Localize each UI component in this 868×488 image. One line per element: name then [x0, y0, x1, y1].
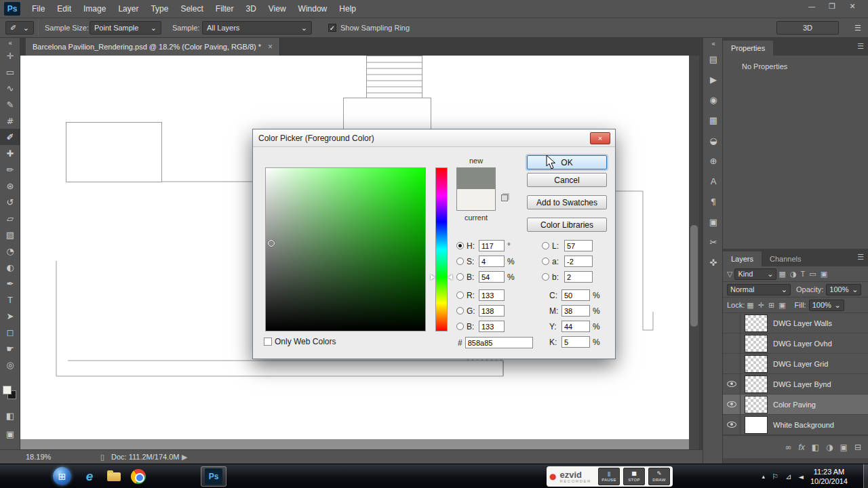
filter-pixel-icon[interactable]: ▦	[778, 270, 785, 279]
vertical-scrollbar[interactable]	[689, 56, 699, 449]
dialog-title-bar[interactable]: Color Picker (Foreground Color) ×	[253, 129, 615, 147]
menu-select[interactable]: Select	[174, 0, 209, 18]
histogram-icon[interactable]: ▦	[703, 110, 724, 130]
paragraph-icon[interactable]: ¶	[703, 191, 724, 211]
b-input[interactable]	[479, 271, 505, 283]
tab-layers[interactable]: Layers	[723, 251, 762, 266]
action-center-icon[interactable]: ⚐	[772, 472, 778, 481]
layer-visibility-toggle[interactable]	[723, 313, 741, 333]
tab-channels[interactable]: Channels	[762, 251, 809, 266]
h-input[interactable]	[479, 240, 505, 251]
brush-tool[interactable]: ✏	[0, 161, 20, 178]
layer-visibility-toggle[interactable]	[723, 394, 741, 415]
menu-help[interactable]: Help	[333, 0, 362, 18]
type-tool[interactable]: T	[0, 291, 20, 308]
layer-thumbnail[interactable]	[745, 355, 768, 373]
network-icon[interactable]: ⊿	[785, 472, 791, 481]
path-selection-tool[interactable]: ➤	[0, 308, 20, 324]
add-to-swatches-button[interactable]: Add to Swatches	[527, 195, 607, 209]
layer-visibility-toggle[interactable]	[723, 354, 741, 374]
shape-tool[interactable]: ◻	[0, 324, 20, 340]
zoom-level[interactable]: 18.19%	[26, 453, 51, 461]
opacity-dropdown[interactable]: 100% ⌄	[826, 284, 861, 296]
g-input[interactable]	[479, 305, 505, 317]
lock-transparency-icon[interactable]: ▦	[747, 301, 753, 310]
gradient-tool[interactable]: ▧	[0, 226, 20, 243]
lock-position-icon[interactable]: ⊞	[768, 301, 774, 310]
crop-tool[interactable]: #	[0, 113, 20, 129]
sample-dropdown[interactable]: All Layers ⌄	[202, 21, 312, 35]
web-color-cube-icon[interactable]	[501, 195, 508, 201]
eyedropper-tool[interactable]: ✐	[0, 129, 20, 145]
filter-adjustment-icon[interactable]: ◑	[790, 270, 797, 279]
filter-type-icon[interactable]: T	[800, 270, 805, 278]
g-radio[interactable]	[456, 307, 464, 314]
workspace-switcher[interactable]: 3D	[776, 21, 839, 35]
fill-dropdown[interactable]: 100% ⌄	[809, 300, 844, 311]
layer-name[interactable]: DWG Layer Grid	[773, 360, 828, 368]
navigator-icon[interactable]: ◒	[703, 130, 724, 150]
show-sampling-ring-checkbox[interactable]: ✓	[328, 24, 336, 32]
healing-brush-tool[interactable]: ✚	[0, 145, 20, 161]
quick-mask-icon[interactable]: ◧	[0, 407, 20, 424]
scrollbar-thumb[interactable]	[690, 225, 698, 327]
clone-source-icon[interactable]: ⊕	[703, 150, 724, 171]
draw-button[interactable]: ✎ DRAW	[648, 468, 670, 485]
b2-input[interactable]	[479, 321, 505, 332]
l-radio[interactable]	[542, 242, 549, 249]
hue-slider[interactable]	[435, 167, 448, 331]
hue-slider-left-arrow-icon[interactable]	[431, 274, 435, 280]
y-input[interactable]	[561, 321, 590, 332]
panel-menu-icon[interactable]: ☰	[857, 42, 864, 51]
notes-icon[interactable]: ✂	[703, 232, 724, 252]
layer-row[interactable]: DWG Layer Ovhd	[723, 333, 868, 354]
minimize-button[interactable]: —	[802, 0, 822, 14]
a-radio[interactable]	[542, 258, 549, 265]
dialog-close-button[interactable]: ×	[590, 132, 610, 144]
filter-smart-object-icon[interactable]: ▣	[821, 270, 827, 279]
layer-name[interactable]: DWG Layer Ovhd	[773, 340, 832, 348]
screen-mode-icon[interactable]: ▣	[0, 426, 20, 442]
tab-properties[interactable]: Properties	[723, 41, 773, 56]
m-input[interactable]	[561, 305, 590, 317]
layer-visibility-toggle[interactable]	[723, 374, 741, 394]
pen-tool[interactable]: ✒	[0, 275, 20, 291]
color-field-marker[interactable]	[268, 240, 275, 247]
layer-effects-icon[interactable]: fx	[798, 443, 804, 452]
menu-file[interactable]: File	[26, 0, 51, 18]
lasso-tool[interactable]: ∿	[0, 80, 20, 96]
c-input[interactable]	[561, 289, 590, 301]
menu-image[interactable]: Image	[77, 0, 112, 18]
saturation-brightness-field[interactable]	[265, 167, 426, 331]
layer-name[interactable]: DWG Layer Bynd	[773, 380, 831, 388]
eraser-tool[interactable]: ▱	[0, 210, 20, 226]
color-libraries-button[interactable]: Color Libraries	[527, 218, 607, 232]
layer-row[interactable]: DWG Layer Grid	[723, 354, 868, 374]
quick-selection-tool[interactable]: ✎	[0, 96, 20, 113]
history-brush-tool[interactable]: ↺	[0, 194, 20, 210]
clone-stamp-tool[interactable]: ⊛	[0, 178, 20, 194]
layer-mask-icon[interactable]: ◧	[812, 443, 819, 452]
new-group-icon[interactable]: ▣	[840, 443, 848, 452]
menu-layer[interactable]: Layer	[112, 0, 144, 18]
actions-icon[interactable]: ▶	[703, 69, 724, 89]
menu-type[interactable]: Type	[144, 0, 174, 18]
lock-all-icon[interactable]: ▣	[778, 301, 785, 310]
layer-name[interactable]: White Background	[773, 421, 834, 429]
measure-icon[interactable]: ✜	[703, 252, 724, 272]
stop-button[interactable]: ■ STOP	[623, 468, 645, 485]
h-radio[interactable]	[456, 242, 464, 249]
layer-row[interactable]: DWG Layer Bynd	[723, 374, 868, 394]
start-button[interactable]: ⊞	[53, 467, 71, 485]
link-layers-icon[interactable]: ∞	[785, 443, 791, 452]
menu-view[interactable]: View	[262, 0, 292, 18]
menu-filter[interactable]: Filter	[210, 0, 240, 18]
close-button[interactable]: ✕	[842, 0, 863, 14]
document-tab[interactable]: Barcelona Pavilion_Rendering.psd @ 18.2%…	[26, 38, 280, 56]
explorer-folder-icon[interactable]	[103, 468, 125, 485]
layer-thumbnail[interactable]	[745, 416, 768, 434]
panel-menu-icon[interactable]: ☰	[857, 253, 864, 262]
b2-radio[interactable]	[456, 323, 464, 330]
history-icon[interactable]: ▤	[703, 49, 724, 69]
l-input[interactable]	[564, 240, 593, 251]
